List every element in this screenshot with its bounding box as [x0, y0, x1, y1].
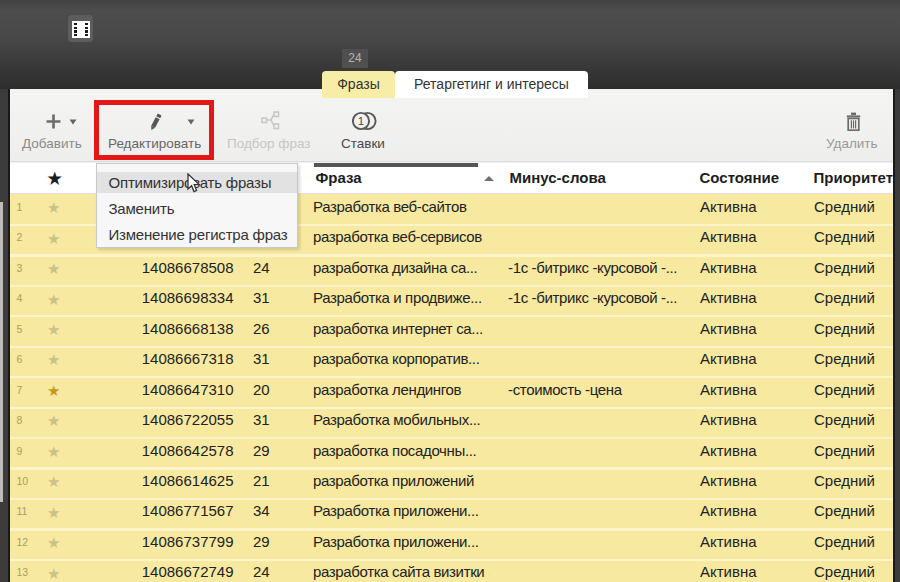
- svg-text:1: 1: [358, 115, 364, 127]
